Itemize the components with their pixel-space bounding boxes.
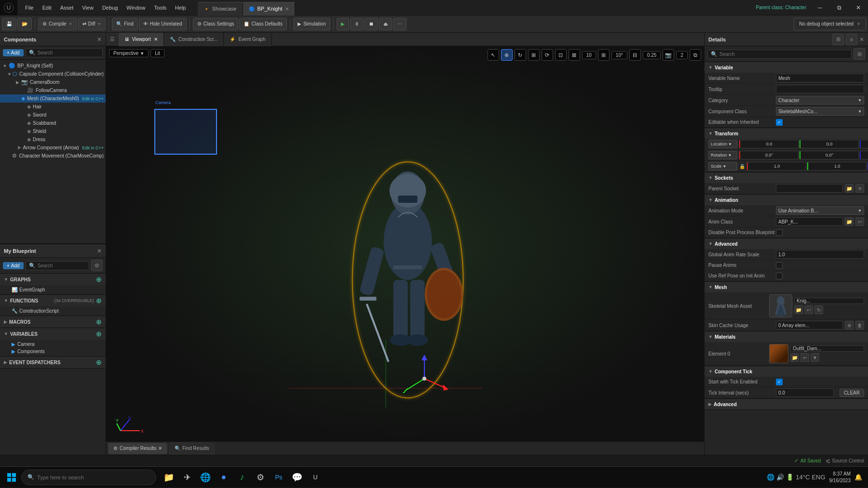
taskbar-app-telegram[interactable]: ✈ (178, 469, 196, 486)
details-filter-btn[interactable]: ⊞ (854, 48, 865, 60)
details-search-input[interactable] (719, 52, 848, 57)
construction-script-item[interactable]: 🔧 ConstructionScript (0, 307, 106, 315)
scale-snap-value[interactable]: 0.25 (643, 51, 661, 59)
tree-item-capsule[interactable]: ▼ ⬡ Capsule Component (CollisionCylinder… (0, 70, 106, 78)
stop-button[interactable]: ⏹ (365, 18, 378, 30)
taskbar-search-box[interactable]: 🔍 (21, 470, 156, 485)
taskbar-app-chrome[interactable]: ● (215, 469, 232, 486)
menu-asset[interactable]: Asset (56, 3, 78, 13)
disable-post-process-checkbox[interactable] (776, 229, 783, 236)
pause-button[interactable]: ⏸ (350, 18, 364, 30)
details-panel-close[interactable]: ✕ (859, 36, 864, 43)
scale-tool-btn[interactable]: ⊞ (528, 49, 540, 61)
my-blueprint-search-input[interactable] (38, 263, 86, 268)
surface-snap-btn[interactable]: ⊡ (555, 49, 567, 61)
save-button[interactable]: 💾 (2, 18, 16, 30)
location-z-input[interactable] (860, 140, 868, 148)
language-indicator[interactable]: ENG (812, 474, 825, 481)
location-mode-dropdown[interactable]: Location▼ (708, 140, 737, 148)
graphs-section-header[interactable]: ▼ GRAPHS ⊕ (0, 274, 106, 285)
functions-section-header[interactable]: ▼ FUNCTIONS (34 OVERRIDABLE) ⊕ (0, 295, 106, 306)
details-grid-view-btn[interactable]: ⊞ (832, 34, 844, 45)
tree-item-cameraboom[interactable]: ▶ 📷 CameraBoom (0, 78, 106, 86)
tree-item-sword[interactable]: ◈ Sword (0, 111, 106, 119)
network-icon[interactable]: 🌐 (767, 474, 774, 481)
construction-script-tab[interactable]: 🔧 Construction Scr... (164, 33, 224, 46)
camera-variable-item[interactable]: ▶ Camera (0, 341, 106, 348)
class-settings-button[interactable]: ⚙ Class Settings (193, 18, 239, 30)
camera-speed-btn[interactable]: 📷 (663, 49, 674, 61)
local-space-btn[interactable]: ⟳ (542, 49, 553, 61)
tree-item-mesh[interactable]: ◈ Mesh (CharacterMesh0) Edit in C++ (0, 94, 106, 103)
taskbar-app-photoshop[interactable]: Ps (270, 469, 287, 486)
macros-add-btn[interactable]: ⊕ (96, 318, 102, 326)
lit-button[interactable]: Lit (150, 49, 164, 57)
menu-help[interactable]: Help (171, 3, 190, 13)
tree-item-movement[interactable]: ⚙ Character Movement (CharMoveComp) (0, 152, 106, 160)
functions-add-btn[interactable]: ⊕ (96, 297, 102, 304)
event-dispatchers-header[interactable]: ▶ EVENT DISPATCHERS ⊕ (0, 356, 106, 368)
close-button[interactable]: ✕ (849, 0, 868, 15)
battery-icon[interactable]: 🔋 (786, 474, 794, 481)
parent-socket-input[interactable] (776, 184, 843, 193)
camera-speed-value[interactable]: 2 (676, 51, 688, 59)
tree-item-bp-knight[interactable]: ▼ 🔵 BP_Knight (Self) (0, 62, 106, 70)
grid-snap-toggle[interactable]: ⊠ (569, 49, 580, 61)
rotation-snap-value[interactable]: 10° (611, 51, 627, 59)
tree-item-followcamera[interactable]: 🎥 FollowCamera (0, 86, 106, 94)
use-ref-pose-checkbox[interactable] (776, 273, 783, 279)
materials-section-header[interactable]: ▼ Materials (705, 331, 868, 342)
taskbar-app-spotify[interactable]: ♪ (233, 469, 251, 486)
component-tick-header[interactable]: ▼ Component Tick (705, 366, 868, 377)
scale-x-input[interactable] (747, 162, 806, 171)
menu-file[interactable]: File (21, 3, 38, 13)
lock-scale-btn[interactable]: 🔒 (739, 162, 745, 171)
variable-section-header[interactable]: ▼ Variable (705, 62, 868, 73)
menu-debug[interactable]: Debug (98, 3, 122, 13)
volume-icon[interactable]: 🔊 (776, 474, 784, 481)
perspective-button[interactable]: Perspective ▼ (109, 49, 149, 57)
viewport-area[interactable]: Camera (106, 46, 704, 441)
grid-size-btn[interactable]: 10 (582, 51, 596, 59)
skin-cache-delete-btn[interactable]: 🗑 (855, 321, 864, 330)
components-panel-close[interactable]: ✕ (97, 36, 102, 43)
mesh-reset-btn[interactable]: ↻ (814, 305, 823, 314)
start-button[interactable] (2, 468, 21, 487)
more-options-button[interactable]: ⋯ (393, 18, 407, 30)
rotation-z-input[interactable] (860, 151, 868, 159)
menu-edit[interactable]: Edit (39, 3, 55, 13)
minimize-button[interactable]: ─ (810, 0, 829, 15)
scale-snap-btn[interactable]: ⊟ (629, 49, 641, 61)
taskbar-search-input[interactable] (37, 475, 134, 480)
rotate-tool-btn[interactable]: ↻ (515, 49, 526, 61)
menu-tools[interactable]: Tools (150, 3, 170, 13)
engine-logo[interactable]: U (0, 0, 17, 15)
mesh-use-btn[interactable]: ↩ (804, 305, 813, 314)
eject-button[interactable]: ⏏ (379, 18, 392, 30)
taskbar-app-settings[interactable]: ⚙ (252, 469, 269, 486)
scale-mode-dropdown[interactable]: Scale▼ (708, 162, 737, 171)
maximize-viewport-btn[interactable]: ⧉ (690, 49, 701, 61)
find-results-tab[interactable]: 🔍 Find Results (169, 443, 215, 454)
macros-section-header[interactable]: ▶ MACROS ⊕ (0, 316, 106, 328)
scale-y-input[interactable] (807, 162, 867, 171)
bp-knight-tab-close[interactable]: ✕ (285, 6, 289, 12)
blueprint-settings-btn[interactable]: ⚙ (91, 260, 103, 271)
anim-class-use-btn[interactable]: ↩ (855, 217, 864, 226)
clear-button[interactable]: CLEAR (840, 389, 864, 397)
rotation-y-input[interactable] (800, 151, 859, 159)
editable-inherited-checkbox[interactable]: ✓ (776, 119, 783, 126)
skeletal-mesh-name[interactable]: Knig... (794, 298, 864, 304)
animation-mode-dropdown[interactable]: Use Animation B... ▼ (776, 206, 864, 215)
my-blueprint-search-box[interactable]: 🔍 (26, 261, 89, 270)
graphs-add-btn[interactable]: ⊕ (96, 276, 102, 283)
maximize-button[interactable]: ⧉ (829, 0, 849, 15)
browse-button[interactable]: 📂 (17, 18, 32, 30)
transform-section-header[interactable]: ▼ Transform (705, 128, 868, 139)
components-search-input[interactable] (38, 50, 99, 55)
mesh-section-header[interactable]: ▼ Mesh (705, 282, 868, 292)
tree-item-hair[interactable]: ◈ Hair (0, 103, 106, 111)
mesh-browse-btn[interactable]: 📁 (794, 305, 803, 314)
simulation-button[interactable]: ▶ Simulation (293, 18, 330, 30)
components-search-box[interactable]: 🔍 (26, 48, 103, 57)
